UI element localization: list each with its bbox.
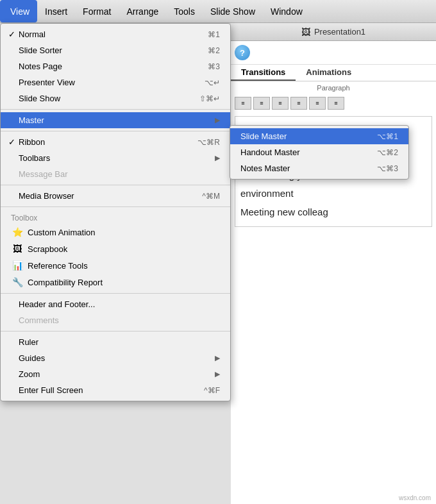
toolbox-section-header: Toolbox [1, 210, 230, 224]
menu-item-master[interactable]: Master ▶ [1, 112, 230, 128]
custom-animation-icon: ⭐ [11, 227, 24, 237]
menu-arrange[interactable]: Arrange [119, 0, 166, 22]
menu-insert[interactable]: Insert [37, 0, 75, 22]
master-arrow-icon: ▶ [215, 116, 220, 124]
menu-item-zoom[interactable]: Zoom ▶ [1, 366, 230, 382]
guides-arrow-icon: ▶ [215, 354, 220, 362]
tab-animations[interactable]: Animations [296, 65, 362, 81]
toolbar-btn-4[interactable]: ≡ [290, 97, 307, 110]
bullet-4: Meeting new colleag [240, 203, 426, 222]
menu-item-custom-animation[interactable]: ⭐ Custom Animation [1, 224, 230, 240]
menu-item-slide-sorter[interactable]: Slide Sorter ⌘2 [1, 42, 230, 58]
menu-item-scrapbook[interactable]: 🖼 Scrapbook [1, 240, 230, 257]
menu-item-header-footer[interactable]: Header and Footer... [1, 296, 230, 312]
scrapbook-icon: 🖼 [11, 244, 24, 254]
menu-window[interactable]: Window [263, 0, 310, 22]
menu-view[interactable]: View [0, 0, 37, 22]
master-submenu: Slide Master ⌥⌘1 Handout Master ⌥⌘2 Note… [230, 125, 409, 180]
zoom-arrow-icon: ▶ [215, 370, 220, 378]
toolbar-btn-2[interactable]: ≡ [253, 97, 270, 110]
watermark: wsxdn.com [399, 494, 431, 501]
toolbar-btn-3[interactable]: ≡ [272, 97, 289, 110]
menu-item-notes-page[interactable]: Notes Page ⌘3 [1, 58, 230, 74]
separator-5 [1, 293, 230, 294]
menu-item-compatibility-report[interactable]: 🔧 Compatibility Report [1, 274, 230, 290]
separator-6 [1, 331, 230, 332]
toolbars-arrow-icon: ▶ [215, 154, 220, 162]
menu-slideshow[interactable]: Slide Show [203, 0, 263, 22]
tabs-row: Transitions Animations [231, 65, 436, 81]
menu-item-enter-full-screen[interactable]: Enter Full Screen ^⌘F [1, 382, 230, 398]
menu-item-message-bar: Message Bar [1, 166, 230, 182]
help-icon[interactable]: ? [235, 45, 250, 60]
view-dropdown-menu: ✓ Normal ⌘1 Slide Sorter ⌘2 Notes Page ⌘… [0, 23, 231, 401]
menubar: View Insert Format Arrange Tools Slide S… [0, 0, 436, 23]
check-normal: ✓ [8, 29, 19, 39]
tab-transitions[interactable]: Transitions [231, 65, 296, 81]
toolbar-btn-6[interactable]: ≡ [328, 97, 344, 110]
submenu-item-notes-master[interactable]: Notes Master ⌥⌘3 [230, 160, 408, 176]
menu-item-guides[interactable]: Guides ▶ [1, 350, 230, 366]
presentation-window: 🖼 Presentation1 ? Transitions Animations… [231, 23, 436, 504]
toolbar-btn-1[interactable]: ≡ [235, 97, 251, 110]
submenu-item-handout-master[interactable]: Handout Master ⌥⌘2 [230, 144, 408, 160]
menu-format[interactable]: Format [75, 0, 119, 22]
menu-item-normal[interactable]: ✓ Normal ⌘1 [1, 26, 230, 42]
menu-item-ruler[interactable]: Ruler [1, 334, 230, 350]
menu-item-media-browser[interactable]: Media Browser ^⌘M [1, 188, 230, 204]
menu-tools[interactable]: Tools [166, 0, 203, 22]
menu-item-toolbars[interactable]: Toolbars ▶ [1, 150, 230, 166]
separator-3 [1, 185, 230, 185]
presentation-titlebar: 🖼 Presentation1 [231, 23, 436, 41]
paragraph-label: Paragraph [231, 84, 436, 92]
separator-4 [1, 206, 230, 207]
menu-item-slide-show[interactable]: Slide Show ⇧⌘↵ [1, 90, 230, 106]
menu-item-ribbon[interactable]: ✓ Ribbon ⌥⌘R [1, 134, 230, 150]
compatibility-report-icon: 🔧 [11, 277, 24, 287]
separator-2 [1, 131, 230, 131]
toolbar-btn-5[interactable]: ≡ [309, 97, 326, 110]
menu-item-presenter-view[interactable]: Presenter View ⌥↵ [1, 74, 230, 90]
menu-item-reference-tools[interactable]: 📊 Reference Tools [1, 257, 230, 274]
submenu-item-slide-master[interactable]: Slide Master ⌥⌘1 [230, 128, 408, 144]
separator-1 [1, 109, 230, 110]
reference-tools-icon: 📊 [11, 260, 24, 271]
bullet-3: environment [240, 185, 426, 203]
menu-item-comments: Comments [1, 312, 230, 328]
